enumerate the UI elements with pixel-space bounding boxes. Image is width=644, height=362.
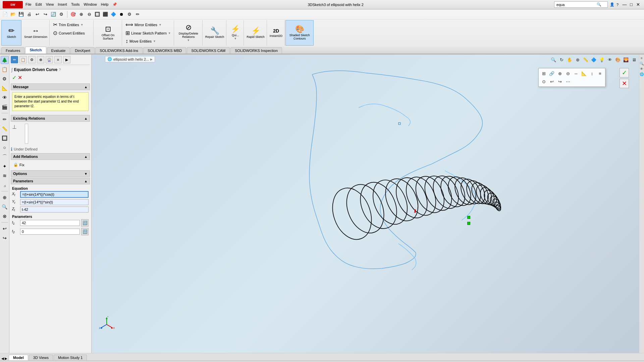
btab-model[interactable]: Model (9, 355, 28, 360)
rp-icon-2[interactable]: 🔍 (640, 61, 644, 66)
nav-cam-mgr[interactable]: 🎬 (1, 103, 9, 111)
new-btn[interactable]: 📄 (1, 11, 9, 18)
message-section-header[interactable]: Message ▲ (11, 83, 90, 90)
tab-addins[interactable]: SOLIDWORKS Add-Ins (95, 47, 143, 54)
panel-tree-icon[interactable]: 📋 (19, 56, 27, 63)
nav-rel-2[interactable]: 🔍 (1, 203, 9, 211)
record-btn[interactable]: ⏺ (118, 11, 125, 18)
nav-feature-tree[interactable]: 🌲 (1, 56, 9, 64)
search-box[interactable]: 🔍 (554, 1, 608, 8)
options-header[interactable]: Options ▼ (11, 170, 90, 177)
menu-edit[interactable]: Edit (36, 2, 42, 7)
ribbon-offset[interactable]: ⊡ Offset On Surface (94, 20, 122, 46)
nav-property-mgr[interactable]: 📋 (1, 65, 9, 73)
rp-icon-4[interactable]: 🌐 (640, 72, 644, 76)
ribbon-display-delete[interactable]: ⊘ Display/Delete Relations ▼ (175, 20, 203, 46)
tab-dimxpert[interactable]: DimXpert (70, 47, 95, 54)
ribbon-move[interactable]: ↕ Move Entities ▼ (124, 38, 172, 45)
btab-motion[interactable]: Motion Study 1 (54, 355, 87, 360)
display-mode-btn[interactable]: 🔲 (94, 11, 101, 18)
nav-sketch-tool-2[interactable]: 📏 (1, 125, 9, 133)
panel-help-icon[interactable]: ? (59, 68, 61, 72)
ribbon-instant2d[interactable]: 2D Instant2D (268, 20, 285, 46)
fix-relation-btn[interactable]: 🔒 Fix (12, 162, 89, 168)
ribbon-linear-pattern[interactable]: ⊞ Linear Sketch Pattern ▼ (124, 29, 172, 37)
options-btn[interactable]: ⚙ (58, 11, 65, 18)
menu-file[interactable]: File (25, 2, 32, 7)
ribbon-quick[interactable]: ⚡ Qui... ▼ (227, 20, 244, 46)
btab-prev[interactable]: ◀ (1, 357, 4, 360)
trim-arrow[interactable]: ▼ (80, 23, 84, 26)
nav-rel-3[interactable]: ⊗ (1, 212, 9, 220)
tab-cam[interactable]: SOLIDWORKS CAM (187, 47, 230, 54)
t1-toggle-btn[interactable]: 🔢 (81, 219, 89, 227)
ribbon-trim-entities[interactable]: ✂ Trim Entities ▼ (52, 21, 92, 28)
panel-reject-btn[interactable]: ✕ (18, 74, 22, 81)
save-btn[interactable]: 💾 (17, 11, 25, 18)
menu-pin[interactable]: 📌 (112, 2, 117, 7)
user-icon[interactable]: 👤 (610, 2, 614, 7)
section-view-btn[interactable]: ⬛ (102, 11, 109, 18)
minimize-btn[interactable]: — (621, 1, 628, 8)
linear-arrow[interactable]: ▼ (168, 32, 171, 35)
btab-next[interactable]: ▶ (5, 357, 7, 360)
rebuild-btn[interactable]: 🔄 (50, 11, 57, 18)
t1-input[interactable] (20, 220, 80, 226)
add-relations-header[interactable]: Add Relations ▲ (11, 153, 90, 160)
nav-display-mgr[interactable]: 👁 (1, 94, 9, 102)
settings-btn2[interactable]: ⚙ (126, 11, 133, 18)
nav-sketch-tool-8[interactable]: ⟓ (1, 181, 9, 189)
nav-sketch-tool-6[interactable]: ✦ (1, 162, 9, 170)
redo-btn[interactable]: ↪ (42, 11, 49, 18)
nav-sketch-tool-5[interactable]: ⌒ (1, 153, 9, 161)
tab-sketch[interactable]: Sketch (25, 47, 46, 54)
nav-rel-1[interactable]: ⊕ (1, 193, 9, 201)
panel-config-icon[interactable]: ⚙ (28, 56, 36, 63)
mirror-arrow[interactable]: ▼ (159, 23, 162, 26)
menu-insert[interactable]: Insert (58, 2, 67, 7)
ribbon-smart-dim[interactable]: ↔ Smart Dimension (22, 20, 50, 46)
dd-arrow[interactable]: ▼ (187, 39, 190, 42)
rp-icon-1[interactable]: ≡ (640, 56, 644, 60)
open-btn[interactable]: 📂 (9, 11, 17, 18)
panel-center-icon[interactable]: ⊕ (37, 56, 44, 63)
parameters-header[interactable]: Parameters ▲ (11, 178, 90, 184)
menu-help[interactable]: Help (101, 2, 109, 7)
t2-toggle-btn[interactable]: 🔢 (81, 228, 89, 235)
zt-input[interactable] (20, 206, 89, 213)
nav-sketch-tool-4[interactable]: ○ (1, 143, 9, 152)
view-orient-btn[interactable]: 🎯 (69, 11, 77, 18)
nav-misc-2[interactable]: ↪ (1, 234, 9, 242)
tab-features[interactable]: Features (1, 47, 24, 54)
menu-window[interactable]: Window (84, 2, 97, 7)
yt-input[interactable] (20, 199, 89, 205)
ribbon-repair[interactable]: 🔧 Repair Sketch (203, 20, 227, 46)
ribbon-sketch-btn[interactable]: ✏ Sketch (1, 20, 21, 46)
tab-mbd[interactable]: SOLIDWORKS MBD (143, 47, 186, 54)
ribbon-shaded-sketch[interactable]: 🎨 Shaded Sketch Contours (285, 20, 314, 46)
panel-accept-btn[interactable]: ✓ (12, 74, 16, 81)
maximize-btn[interactable]: □ (628, 1, 635, 8)
menu-tools[interactable]: Tools (71, 2, 80, 7)
panel-wheel-icon[interactable]: 🎡 (46, 56, 53, 63)
xt-input[interactable] (20, 191, 89, 198)
ribbon-convert-entities[interactable]: ⊙ Convert Entities (52, 29, 92, 37)
rp-icon-3[interactable]: 👁 (640, 67, 644, 71)
zoom-prev-btn[interactable]: ⊖ (86, 11, 93, 18)
existing-relations-header[interactable]: Existing Relations ▲ (11, 115, 90, 122)
help-btn[interactable]: ? (616, 3, 619, 7)
nav-sketch-tool-3[interactable]: 🔲 (1, 134, 9, 142)
nav-sketch-tool-7[interactable]: ≋ (1, 172, 9, 180)
panel-more-icon[interactable]: ≡ (54, 56, 62, 63)
nav-dim-mgr[interactable]: 📐 (1, 84, 9, 92)
zoom-fit-btn[interactable]: ⊕ (77, 11, 85, 18)
print-btn[interactable]: 🖨 (25, 11, 33, 18)
close-btn[interactable]: ✕ (635, 1, 641, 8)
btab-3dviews[interactable]: 3D Views (29, 355, 53, 360)
ribbon-rapid-sketch[interactable]: ⚡ Rapid Sketch (245, 20, 267, 46)
viewport[interactable]: 🌐 ellipsoid with helix 2... ▶ 🔍 ↻ ✋ ⊕ 📏 … (92, 55, 639, 353)
panel-expand-icon[interactable]: ▶ (63, 56, 70, 63)
search-input[interactable] (556, 3, 597, 7)
ribbon-mirror[interactable]: ⟺ Mirror Entities ▼ (124, 21, 172, 28)
menu-view[interactable]: View (46, 2, 54, 7)
